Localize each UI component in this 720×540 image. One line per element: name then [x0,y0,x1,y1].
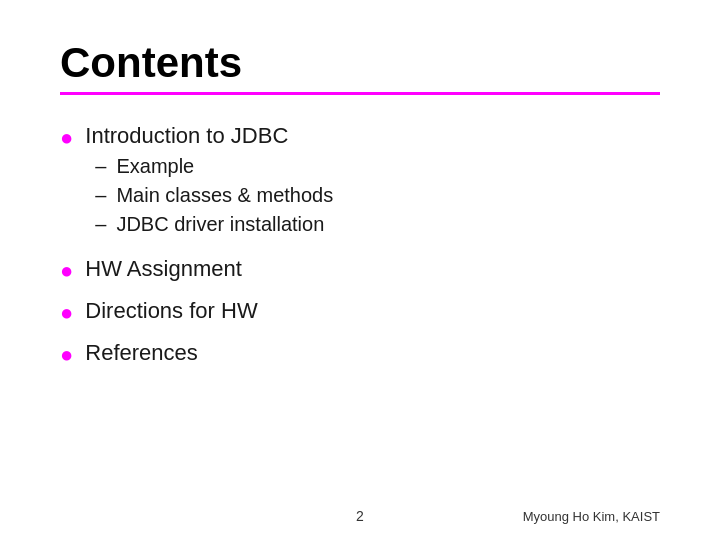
content-list: ● Introduction to JDBC – Example – Main … [60,123,660,368]
list-item-1: ● HW Assignment [60,256,660,284]
dash-icon: – [95,155,106,178]
bullet-icon-2: ● [60,300,73,326]
list-item-label-2: Directions for HW [85,298,257,324]
sub-list-0: – Example – Main classes & methods – JDB… [85,155,333,236]
title-section: Contents [60,40,660,95]
bullet-icon-0: ● [60,125,73,151]
sub-list-item-0-0: – Example [95,155,333,178]
bullet-icon-3: ● [60,342,73,368]
author-label: Myoung Ho Kim, KAIST [523,509,660,524]
page-number: 2 [356,508,364,524]
title-underline [60,92,660,95]
sub-list-item-0-2: – JDBC driver installation [95,213,333,236]
list-item-content-0: Introduction to JDBC – Example – Main cl… [85,123,333,242]
sub-list-item-0-1: – Main classes & methods [95,184,333,207]
list-item-3: ● References [60,340,660,368]
list-item-label-3: References [85,340,198,366]
dash-icon: – [95,184,106,207]
bullet-icon-1: ● [60,258,73,284]
slide-title: Contents [60,40,660,86]
list-item-2: ● Directions for HW [60,298,660,326]
list-item-0: ● Introduction to JDBC – Example – Main … [60,123,660,242]
list-item-label-1: HW Assignment [85,256,242,282]
dash-icon: – [95,213,106,236]
list-item-label-0: Introduction to JDBC [85,123,288,148]
slide: Contents ● Introduction to JDBC – Exampl… [0,0,720,540]
